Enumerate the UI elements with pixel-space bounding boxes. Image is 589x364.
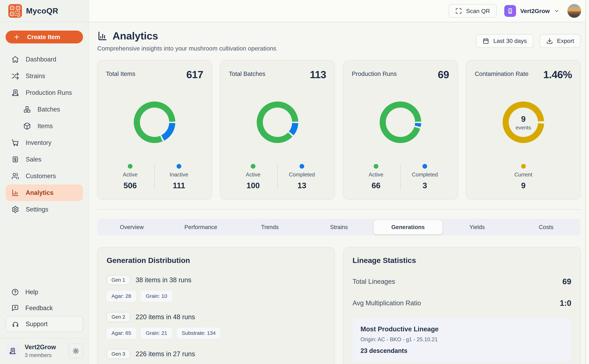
- user-avatar[interactable]: [567, 4, 581, 18]
- analytics-title-icon: [97, 31, 107, 41]
- date-range-button[interactable]: Last 30 days: [476, 34, 533, 48]
- tab-trends[interactable]: Trends: [235, 219, 304, 236]
- app-root: MycoQR Create Item Dashboard Strains: [0, 0, 589, 364]
- sidebar-item-strains[interactable]: Strains: [6, 68, 83, 84]
- sidebar-item-label: Production Runs: [26, 89, 72, 96]
- stat-card-title: Total Batches: [229, 69, 265, 77]
- panel-title: Lineage Statistics: [352, 256, 571, 265]
- org-chip: [504, 5, 516, 17]
- scan-qr-button[interactable]: Scan QR: [449, 4, 497, 18]
- legend-dot-inactive: [177, 164, 181, 169]
- donut-chart-total-items: [131, 99, 178, 146]
- stat-label: Total Lineages: [352, 278, 395, 285]
- theme-toggle-button[interactable]: [68, 344, 83, 358]
- legend-dot-active: [251, 164, 255, 169]
- main-area: Scan QR Vert2Grow: [89, 0, 589, 364]
- donut-center-value: 9: [521, 114, 526, 124]
- sidebar-item-customers[interactable]: Customers: [6, 168, 83, 184]
- donut-legend: Current 9: [475, 164, 572, 191]
- donut-center-caption: events: [516, 125, 531, 130]
- page-header: Analytics Comprehensive insights into yo…: [97, 30, 581, 52]
- headset-icon: [12, 320, 19, 328]
- legend-value: 111: [173, 181, 185, 190]
- sidebar-item-batches[interactable]: Batches: [6, 101, 83, 118]
- tab-overview[interactable]: Overview: [97, 219, 166, 236]
- sidebar-item-support[interactable]: Support: [6, 316, 83, 332]
- sidebar-item-label: Feedback: [25, 305, 53, 312]
- sidebar-item-items[interactable]: Items: [6, 118, 83, 134]
- tab-performance[interactable]: Performance: [166, 219, 235, 236]
- legend-dot-active: [128, 164, 132, 169]
- scrollbar[interactable]: [586, 0, 589, 364]
- section-divider: [97, 209, 581, 210]
- donut-chart-production-runs: [377, 99, 424, 146]
- lineage-statistics-panel: Lineage Statistics Total Lineages 69 Avg…: [343, 247, 581, 364]
- gen-chip: Grain: 21: [141, 328, 172, 339]
- legend-value: 66: [372, 181, 381, 190]
- highlight-origin: Origin: AC - BKO - g1 - 25.10.21: [361, 336, 563, 343]
- stat-card-value: 1.46%: [543, 69, 572, 81]
- sidebar-item-label: Customers: [26, 172, 56, 180]
- shuffle-icon: [12, 72, 19, 80]
- receipt-icon: [12, 156, 19, 163]
- sidebar-item-dashboard[interactable]: Dashboard: [6, 51, 83, 68]
- tab-generations[interactable]: Generations: [374, 220, 442, 234]
- legend-value: 9: [521, 181, 526, 190]
- stat-card-title: Production Runs: [352, 69, 397, 77]
- generation-row-gen3: Gen 3 226 items in 27 runs Agar: 37 Grai…: [107, 349, 325, 364]
- scan-qr-label: Scan QR: [466, 8, 490, 14]
- gen-chip: Agar: 28: [107, 291, 136, 302]
- chevron-down-icon: [554, 8, 559, 14]
- stat-cards-row: Total Items 617 Active 506: [97, 60, 581, 199]
- building-icon: [9, 347, 16, 355]
- sidebar-item-label: Help: [25, 288, 38, 296]
- export-label: Export: [557, 38, 574, 44]
- tab-strains[interactable]: Strains: [304, 219, 374, 236]
- legend-label: Active: [246, 172, 260, 178]
- sidebar-item-feedback[interactable]: Feedback: [6, 300, 83, 316]
- sidebar-item-label: Batches: [38, 106, 60, 113]
- stat-value: 69: [563, 277, 571, 286]
- sidebar-item-analytics[interactable]: Analytics: [6, 184, 83, 201]
- sidebar-footer: Help Feedback Support: [0, 284, 89, 332]
- download-icon: [546, 38, 553, 44]
- sidebar-item-sales[interactable]: Sales: [6, 151, 83, 168]
- sidebar-item-inventory[interactable]: Inventory: [6, 134, 83, 151]
- tab-yields[interactable]: Yields: [443, 219, 512, 236]
- package-icon: [23, 122, 31, 130]
- generation-row-gen1: Gen 1 38 items in 38 runs Agar: 28 Grain…: [107, 275, 325, 302]
- feedback-icon: [12, 305, 19, 312]
- generation-distribution-panel: Generation Distribution Gen 1 38 items i…: [97, 247, 335, 364]
- create-item-button[interactable]: Create Item: [6, 31, 83, 43]
- mycoqr-logo-icon: [8, 4, 22, 18]
- topbar: Scan QR Vert2Grow: [89, 0, 589, 22]
- gen-summary: 226 items in 27 runs: [136, 350, 195, 358]
- sidebar-item-help[interactable]: Help: [6, 284, 83, 300]
- factory-icon: [12, 89, 19, 97]
- date-range-label: Last 30 days: [493, 38, 527, 44]
- org-row[interactable]: Vert2Grow 3 members: [0, 338, 89, 364]
- sidebar-item-label: Inventory: [26, 139, 52, 146]
- stat-card-contamination-rate: Contamination Rate 1.46% 9 events C: [466, 60, 581, 199]
- tab-costs[interactable]: Costs: [511, 219, 581, 236]
- export-button[interactable]: Export: [540, 34, 581, 48]
- stat-card-production-runs: Production Runs 69 Active 66: [343, 60, 458, 199]
- sidebar-item-production-runs[interactable]: Production Runs: [6, 84, 83, 101]
- gen-chip: Grain: 10: [141, 291, 172, 302]
- sidebar-item-label: Settings: [26, 206, 48, 213]
- building-icon: [507, 8, 513, 14]
- sidebar-item-settings[interactable]: Settings: [6, 201, 83, 218]
- legend-label: Current: [514, 172, 532, 178]
- gen-badge: Gen 2: [107, 312, 130, 322]
- donut-center-label: 9 events: [500, 99, 547, 146]
- stat-card-title: Total Items: [106, 69, 135, 77]
- scan-icon: [455, 8, 462, 14]
- page-title: Analytics: [112, 30, 158, 42]
- org-switcher[interactable]: Vert2Grow: [504, 5, 559, 17]
- legend-dot-current: [521, 164, 526, 169]
- page-subtitle: Comprehensive insights into your mushroo…: [97, 45, 276, 52]
- page-content: Analytics Comprehensive insights into yo…: [89, 22, 589, 364]
- stat-value: 1:0: [560, 298, 571, 308]
- stat-card-value: 113: [310, 69, 326, 81]
- sun-icon: [72, 347, 79, 355]
